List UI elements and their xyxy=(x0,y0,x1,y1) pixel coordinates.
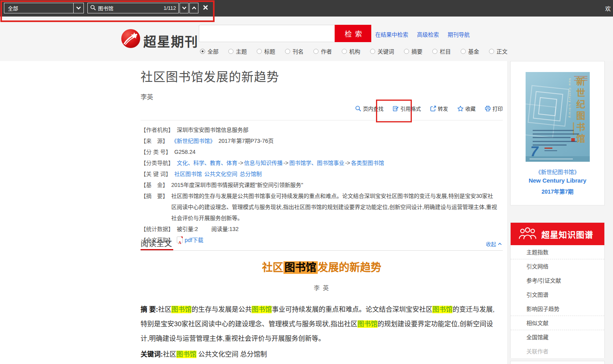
radio-author[interactable]: 作者 xyxy=(313,47,332,55)
classification-link[interactable]: 各类型图书馆 xyxy=(351,157,384,168)
page-find-button[interactable]: 页内查找 xyxy=(355,105,383,112)
classification-link[interactable]: 图书馆学、图书馆事业 xyxy=(289,157,344,168)
search-in-results-link[interactable]: 在结果中检索 xyxy=(375,30,408,38)
chaoxing-logo-icon[interactable] xyxy=(121,29,140,48)
meta-label: 【基 金】 xyxy=(141,179,168,190)
section-divider xyxy=(141,250,503,251)
menu-item-impact-factor-trend[interactable]: 影响因子趋势 xyxy=(511,302,604,316)
radio-title[interactable]: 标题 xyxy=(257,47,275,55)
advanced-search-link[interactable]: 高级检索 xyxy=(417,30,439,38)
content-title-text: 发展的新趋势 xyxy=(318,262,382,273)
citation-format-label: 引用格式 xyxy=(400,105,421,112)
radio-dot-icon xyxy=(285,49,290,54)
keyword-link[interactable]: 公共文化空间 xyxy=(204,168,237,179)
search-button[interactable]: 检索 xyxy=(335,25,371,42)
menu-item-related-authors[interactable]: 关联作者 xyxy=(511,344,604,358)
journal-issue-link[interactable]: 2017年第7期 xyxy=(511,187,604,195)
content-title: 社区图书馆发展的新趋势 xyxy=(141,259,503,274)
radio-label: 全部 xyxy=(207,47,219,55)
search-input[interactable] xyxy=(199,25,335,42)
menu-item-national-holdings[interactable]: 全国馆藏 xyxy=(511,330,604,344)
abstract-text: 事业可持续发展的重点和难点。论文结合深圳宝安社区 xyxy=(272,306,432,313)
menu-item-citation-network[interactable]: 引文网络 xyxy=(511,259,604,273)
search-icon xyxy=(355,105,361,112)
radio-keyword[interactable]: 关键词 xyxy=(370,47,394,55)
spacer xyxy=(198,224,211,235)
find-query: 图书馆 xyxy=(98,4,113,12)
menu-item-topic-index[interactable]: 主题指数 xyxy=(511,245,604,259)
knowledge-graph-menu: 主题指数 引文网络 参考/引证文献 引文图谱 影响因子趋势 相似文献 全国馆藏 … xyxy=(511,245,604,358)
keywords-text: 公共文化空间 总分馆制 xyxy=(196,351,267,358)
find-next-button[interactable] xyxy=(180,3,189,13)
radio-column[interactable]: 栏目 xyxy=(432,47,451,55)
pdf-download-link[interactable]: pdf下载 xyxy=(177,235,203,246)
sidebar-next-card-stub xyxy=(510,361,605,364)
radio-label: 标题 xyxy=(264,47,275,55)
radio-institution[interactable]: 机构 xyxy=(342,47,360,55)
radio-abstract[interactable]: 摘要 xyxy=(404,47,422,55)
meta-abstract-text: 社区图书馆的生存与发展是公共图书馆事业可持续发展的重点和难点。论文结合深圳宝安社… xyxy=(171,190,498,224)
radio-fund[interactable]: 基金 xyxy=(461,47,479,55)
journal-name-en-link[interactable]: New Century Library xyxy=(511,177,604,184)
citation-format-button[interactable]: 引用格式 xyxy=(393,105,421,112)
radio-subject[interactable]: 主题 xyxy=(228,47,247,55)
classification-link[interactable]: 文化、科学、教育、体育 xyxy=(177,157,237,168)
radio-dot-icon xyxy=(461,49,466,54)
meta-row-classification-nav: 【分类导航】 文化、科学、教育、体育 -> 信息与知识传播 -> 图书馆学、图书… xyxy=(141,157,503,168)
cover-decoration xyxy=(544,150,557,151)
find-match-highlight: 图书馆 xyxy=(357,320,378,328)
find-previous-button[interactable] xyxy=(189,3,198,13)
radio-dot-icon xyxy=(342,49,347,54)
meta-value: G258.24 xyxy=(174,146,196,157)
collapse-button[interactable]: 收起 xyxy=(486,240,502,248)
radio-dot-icon xyxy=(370,49,375,54)
chevron-down-icon xyxy=(182,5,187,11)
journal-cover-image[interactable]: 新世纪图书馆 New Century Library 7 xyxy=(526,72,590,162)
menu-item-citation-graph[interactable]: 引文图谱 xyxy=(511,288,604,302)
favorite-button[interactable]: 收藏 xyxy=(457,105,476,112)
find-match-highlight: 图书馆 xyxy=(432,306,452,313)
abstract-text: 的生存与发展是公共 xyxy=(191,306,252,313)
find-match-highlight: 图书馆 xyxy=(176,351,196,358)
meta-row-source: 【来 源】 《新世纪图书馆》 2017年第7期P73-76页 xyxy=(141,135,503,146)
chevron-up-icon xyxy=(192,5,196,11)
find-scope-dropdown-button[interactable] xyxy=(73,3,84,13)
journal-navigation-link[interactable]: 期刊导航 xyxy=(448,30,470,38)
article-metadata: 【作者机构】 深圳市宝安图书馆信息服务部 【来 源】 《新世纪图书馆》 2017… xyxy=(141,124,503,246)
cover-decoration xyxy=(526,103,556,138)
site-title: 超星期刊 xyxy=(143,31,198,50)
article-toolbar: 页内查找 引用格式 转发 收藏 打印 xyxy=(141,105,503,112)
find-scope-select[interactable]: 全部 xyxy=(4,3,74,13)
cover-decoration xyxy=(533,133,579,135)
printer-icon xyxy=(485,105,491,112)
menu-item-similar-documents[interactable]: 相似文献 xyxy=(511,316,604,330)
content-keywords: 关键词:社区图书馆 公共文化空间 总分馆制 xyxy=(141,349,501,358)
meta-row-org: 【作者机构】 深圳市宝安图书馆信息服务部 xyxy=(141,124,503,135)
find-input[interactable]: 图书馆 1/112 xyxy=(87,3,179,13)
meta-label: 【摘 要】 xyxy=(141,190,168,224)
page-title: 社区图书馆发展的新趋势 xyxy=(141,67,279,85)
radio-dot-icon xyxy=(489,49,494,54)
cover-decoration xyxy=(533,130,574,131)
journal-name-link[interactable]: 《新世纪图书馆》 xyxy=(511,168,604,176)
print-button[interactable]: 打印 xyxy=(485,105,503,112)
cover-decoration xyxy=(533,141,577,142)
journal-link[interactable]: 《新世纪图书馆》 xyxy=(171,135,215,146)
meta-label: 【分 类 号】 xyxy=(141,146,171,157)
people-group-icon xyxy=(519,227,537,242)
share-button[interactable]: 转发 xyxy=(430,105,448,112)
radio-label: 关键词 xyxy=(378,47,394,55)
keyword-link[interactable]: 社区图书馆 xyxy=(174,168,202,179)
radio-label: 基金 xyxy=(468,47,479,55)
chevron-down-icon xyxy=(76,5,81,11)
radio-dot-icon xyxy=(313,49,319,54)
classification-link[interactable]: 信息与知识传播 xyxy=(244,157,283,168)
find-close-button[interactable] xyxy=(201,3,210,13)
radio-journal-name[interactable]: 刊名 xyxy=(285,47,304,55)
radio-fulltext[interactable]: 正文 xyxy=(489,47,507,55)
radio-all[interactable]: 全部 xyxy=(200,47,219,55)
keywords-label: 关键词: xyxy=(141,351,163,358)
keyword-link[interactable]: 总分馆制 xyxy=(240,168,262,179)
cover-subtitle-en: New Century Library xyxy=(569,78,571,118)
menu-item-references[interactable]: 参考/引证文献 xyxy=(511,273,604,288)
